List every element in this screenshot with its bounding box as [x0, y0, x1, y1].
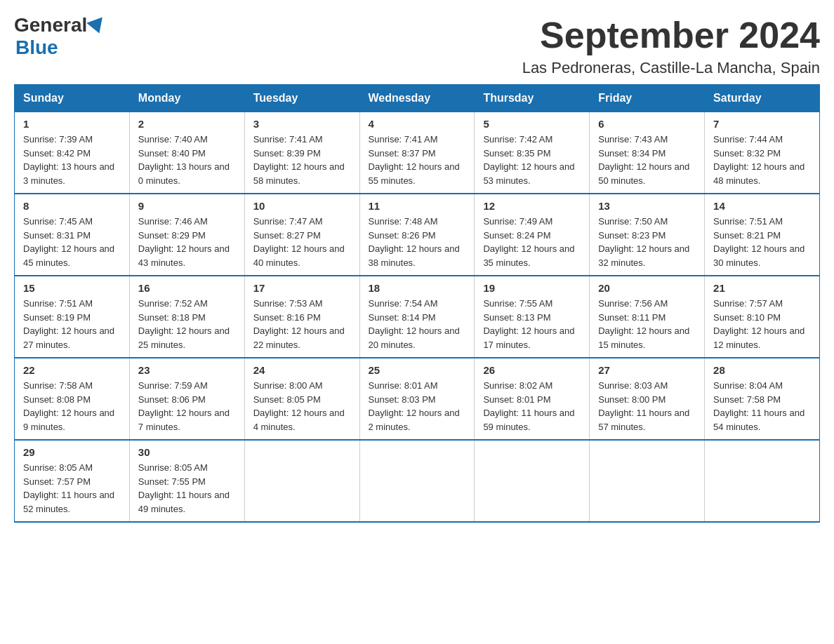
- logo-blue-text: Blue: [15, 36, 58, 59]
- calendar-cell: 22 Sunrise: 7:58 AMSunset: 8:08 PMDaylig…: [15, 358, 130, 440]
- day-number: 25: [369, 364, 466, 376]
- day-info: Sunrise: 7:40 AMSunset: 8:40 PMDaylight:…: [138, 133, 236, 187]
- calendar-cell: 21 Sunrise: 7:57 AMSunset: 8:10 PMDaylig…: [705, 276, 820, 358]
- day-number: 17: [253, 282, 351, 294]
- day-number: 7: [713, 118, 811, 130]
- calendar-cell: 24 Sunrise: 8:00 AMSunset: 8:05 PMDaylig…: [244, 358, 359, 440]
- column-header-monday: Monday: [129, 85, 244, 112]
- day-number: 23: [138, 364, 236, 376]
- calendar-cell: [244, 440, 359, 522]
- calendar-week-row: 8 Sunrise: 7:45 AMSunset: 8:31 PMDayligh…: [15, 194, 820, 276]
- day-number: 22: [23, 364, 121, 376]
- day-number: 16: [138, 282, 236, 294]
- calendar-cell: 15 Sunrise: 7:51 AMSunset: 8:19 PMDaylig…: [15, 276, 130, 358]
- calendar-cell: 12 Sunrise: 7:49 AMSunset: 8:24 PMDaylig…: [475, 194, 590, 276]
- calendar-cell: 19 Sunrise: 7:55 AMSunset: 8:13 PMDaylig…: [475, 276, 590, 358]
- day-number: 2: [138, 118, 236, 130]
- day-number: 13: [598, 200, 696, 212]
- calendar-week-row: 1 Sunrise: 7:39 AMSunset: 8:42 PMDayligh…: [15, 112, 820, 194]
- column-header-friday: Friday: [590, 85, 705, 112]
- calendar-cell: 17 Sunrise: 7:53 AMSunset: 8:16 PMDaylig…: [244, 276, 359, 358]
- calendar-cell: 7 Sunrise: 7:44 AMSunset: 8:32 PMDayligh…: [705, 112, 820, 194]
- day-info: Sunrise: 7:41 AMSunset: 8:37 PMDaylight:…: [369, 133, 466, 187]
- calendar-cell: 10 Sunrise: 7:47 AMSunset: 8:27 PMDaylig…: [244, 194, 359, 276]
- calendar-cell: 26 Sunrise: 8:02 AMSunset: 8:01 PMDaylig…: [475, 358, 590, 440]
- day-number: 27: [598, 364, 696, 376]
- day-number: 12: [483, 200, 581, 212]
- page-title: September 2024: [522, 14, 820, 56]
- day-info: Sunrise: 7:43 AMSunset: 8:34 PMDaylight:…: [598, 133, 696, 187]
- calendar-cell: [475, 440, 590, 522]
- day-number: 10: [253, 200, 351, 212]
- calendar-cell: 11 Sunrise: 7:48 AMSunset: 8:26 PMDaylig…: [359, 194, 475, 276]
- day-number: 9: [138, 200, 236, 212]
- day-info: Sunrise: 7:51 AMSunset: 8:19 PMDaylight:…: [23, 297, 121, 351]
- calendar-cell: 6 Sunrise: 7:43 AMSunset: 8:34 PMDayligh…: [590, 112, 705, 194]
- day-number: 28: [713, 364, 811, 376]
- day-info: Sunrise: 7:45 AMSunset: 8:31 PMDaylight:…: [23, 215, 121, 269]
- page-subtitle: Las Pedroneras, Castille-La Mancha, Spai…: [522, 59, 820, 77]
- calendar-cell: 27 Sunrise: 8:03 AMSunset: 8:00 PMDaylig…: [590, 358, 705, 440]
- day-info: Sunrise: 8:02 AMSunset: 8:01 PMDaylight:…: [483, 379, 581, 434]
- day-number: 24: [253, 364, 351, 376]
- day-number: 5: [483, 118, 581, 130]
- day-number: 30: [138, 446, 236, 458]
- calendar-cell: 16 Sunrise: 7:52 AMSunset: 8:18 PMDaylig…: [129, 276, 244, 358]
- day-info: Sunrise: 7:51 AMSunset: 8:21 PMDaylight:…: [713, 215, 811, 269]
- day-number: 20: [598, 282, 696, 294]
- day-info: Sunrise: 7:58 AMSunset: 8:08 PMDaylight:…: [23, 379, 121, 434]
- calendar-week-row: 29 Sunrise: 8:05 AMSunset: 7:57 PMDaylig…: [15, 440, 820, 522]
- page-header: General Blue September 2024 Las Pedroner…: [14, 14, 820, 77]
- calendar-week-row: 15 Sunrise: 7:51 AMSunset: 8:19 PMDaylig…: [15, 276, 820, 358]
- column-header-saturday: Saturday: [705, 85, 820, 112]
- day-info: Sunrise: 8:00 AMSunset: 8:05 PMDaylight:…: [253, 379, 351, 434]
- day-info: Sunrise: 7:53 AMSunset: 8:16 PMDaylight:…: [253, 297, 351, 351]
- calendar-cell: [359, 440, 475, 522]
- day-info: Sunrise: 7:39 AMSunset: 8:42 PMDaylight:…: [23, 133, 121, 187]
- day-number: 15: [23, 282, 121, 294]
- calendar-cell: 4 Sunrise: 7:41 AMSunset: 8:37 PMDayligh…: [359, 112, 475, 194]
- calendar-header-row: SundayMondayTuesdayWednesdayThursdayFrid…: [15, 85, 820, 112]
- day-info: Sunrise: 7:55 AMSunset: 8:13 PMDaylight:…: [483, 297, 581, 351]
- day-info: Sunrise: 7:44 AMSunset: 8:32 PMDaylight:…: [713, 133, 811, 187]
- calendar-cell: 18 Sunrise: 7:54 AMSunset: 8:14 PMDaylig…: [359, 276, 475, 358]
- calendar-cell: 30 Sunrise: 8:05 AMSunset: 7:55 PMDaylig…: [129, 440, 244, 522]
- day-info: Sunrise: 8:05 AMSunset: 7:55 PMDaylight:…: [138, 461, 236, 516]
- calendar-cell: 14 Sunrise: 7:51 AMSunset: 8:21 PMDaylig…: [705, 194, 820, 276]
- day-number: 26: [483, 364, 581, 376]
- day-info: Sunrise: 7:54 AMSunset: 8:14 PMDaylight:…: [369, 297, 466, 351]
- day-info: Sunrise: 8:05 AMSunset: 7:57 PMDaylight:…: [23, 461, 121, 516]
- title-block: September 2024 Las Pedroneras, Castille-…: [522, 14, 820, 77]
- day-info: Sunrise: 7:41 AMSunset: 8:39 PMDaylight:…: [253, 133, 351, 187]
- calendar-cell: 3 Sunrise: 7:41 AMSunset: 8:39 PMDayligh…: [244, 112, 359, 194]
- calendar-week-row: 22 Sunrise: 7:58 AMSunset: 8:08 PMDaylig…: [15, 358, 820, 440]
- day-number: 3: [253, 118, 351, 130]
- calendar-cell: 25 Sunrise: 8:01 AMSunset: 8:03 PMDaylig…: [359, 358, 475, 440]
- day-number: 29: [23, 446, 121, 458]
- day-info: Sunrise: 8:03 AMSunset: 8:00 PMDaylight:…: [598, 379, 696, 434]
- day-number: 4: [369, 118, 466, 130]
- day-number: 1: [23, 118, 121, 130]
- day-info: Sunrise: 7:48 AMSunset: 8:26 PMDaylight:…: [369, 215, 466, 269]
- day-number: 21: [713, 282, 811, 294]
- calendar-cell: 1 Sunrise: 7:39 AMSunset: 8:42 PMDayligh…: [15, 112, 130, 194]
- calendar-cell: [590, 440, 705, 522]
- logo: General Blue: [14, 14, 105, 59]
- day-info: Sunrise: 8:01 AMSunset: 8:03 PMDaylight:…: [369, 379, 466, 434]
- day-number: 14: [713, 200, 811, 212]
- day-info: Sunrise: 7:59 AMSunset: 8:06 PMDaylight:…: [138, 379, 236, 434]
- day-info: Sunrise: 7:57 AMSunset: 8:10 PMDaylight:…: [713, 297, 811, 351]
- calendar-cell: 5 Sunrise: 7:42 AMSunset: 8:35 PMDayligh…: [475, 112, 590, 194]
- day-info: Sunrise: 7:56 AMSunset: 8:11 PMDaylight:…: [598, 297, 696, 351]
- calendar-cell: 13 Sunrise: 7:50 AMSunset: 8:23 PMDaylig…: [590, 194, 705, 276]
- column-header-wednesday: Wednesday: [359, 85, 475, 112]
- column-header-sunday: Sunday: [15, 85, 130, 112]
- calendar-cell: 23 Sunrise: 7:59 AMSunset: 8:06 PMDaylig…: [129, 358, 244, 440]
- day-info: Sunrise: 7:47 AMSunset: 8:27 PMDaylight:…: [253, 215, 351, 269]
- day-info: Sunrise: 8:04 AMSunset: 7:58 PMDaylight:…: [713, 379, 811, 434]
- calendar-cell: [705, 440, 820, 522]
- day-number: 19: [483, 282, 581, 294]
- column-header-tuesday: Tuesday: [244, 85, 359, 112]
- calendar-cell: 20 Sunrise: 7:56 AMSunset: 8:11 PMDaylig…: [590, 276, 705, 358]
- calendar-table: SundayMondayTuesdayWednesdayThursdayFrid…: [14, 84, 820, 523]
